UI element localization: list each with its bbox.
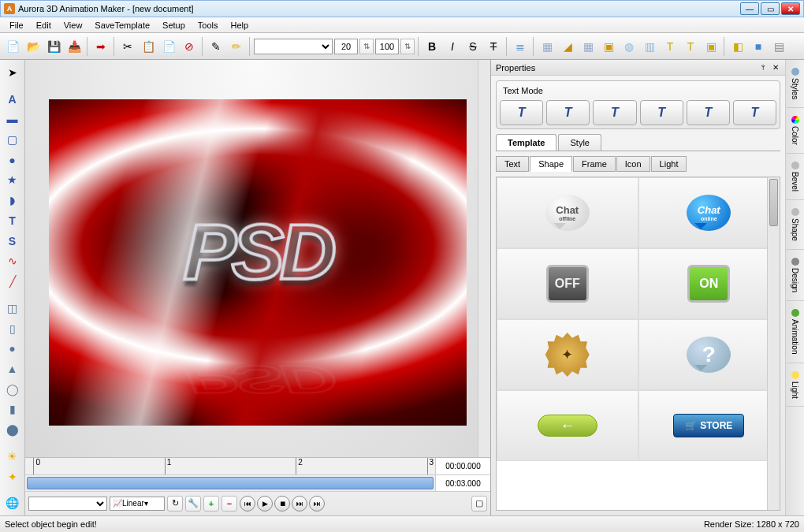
panel-close-icon[interactable]: ✕: [771, 63, 780, 73]
text-t-button[interactable]: T: [484, 37, 503, 56]
side-tab-color[interactable]: Color: [786, 108, 804, 154]
canvas-scrollbar-v[interactable]: [478, 60, 490, 457]
arrange1-icon[interactable]: ◧: [728, 37, 747, 56]
bone-tool-icon[interactable]: ✦: [3, 467, 22, 486]
select-tool-icon[interactable]: ➤: [3, 63, 22, 82]
go-start-button[interactable]: ⏮: [240, 496, 255, 512]
shape5-icon[interactable]: ◍: [620, 37, 638, 56]
shapes-scrollbar[interactable]: [767, 177, 780, 510]
shape-store-button[interactable]: 🛒STORE: [638, 390, 780, 461]
shape-chat-offline[interactable]: Chatoffline: [497, 177, 638, 248]
go-end-button[interactable]: ⏭: [309, 496, 325, 512]
italic-button[interactable]: I: [443, 37, 462, 56]
shape6-icon[interactable]: ▥: [640, 37, 659, 56]
cut-icon[interactable]: ✂: [118, 37, 137, 56]
line-tool-icon[interactable]: ╱: [3, 272, 22, 291]
maximize-button[interactable]: ▭: [761, 2, 780, 15]
subtab-shape[interactable]: Shape: [530, 156, 572, 172]
open-icon[interactable]: 📂: [24, 37, 43, 56]
torus-tool-icon[interactable]: ◯: [3, 380, 22, 399]
tube-tool-icon[interactable]: ▮: [3, 400, 22, 419]
ellipse-tool-icon[interactable]: ●: [3, 151, 22, 169]
text-mode-2[interactable]: T: [546, 100, 590, 125]
menu-help[interactable]: Help: [225, 19, 255, 32]
shape4-icon[interactable]: ▣: [599, 37, 618, 56]
shape-off-button[interactable]: OFF: [497, 248, 638, 319]
remove-keyframe-button[interactable]: −: [221, 496, 237, 512]
loop-button[interactable]: ↻: [167, 496, 183, 512]
sphere-tool-icon[interactable]: ●: [3, 339, 22, 358]
time-end[interactable]: 00:03.000: [435, 475, 490, 491]
menu-edit[interactable]: Edit: [30, 19, 58, 32]
menu-view[interactable]: View: [58, 19, 89, 32]
font-size2-input[interactable]: [375, 39, 399, 54]
menu-tools[interactable]: Tools: [192, 19, 225, 32]
shape1-icon[interactable]: ▦: [538, 37, 556, 56]
align-icon[interactable]: ≣: [511, 37, 530, 56]
side-tab-design[interactable]: Design: [786, 250, 804, 301]
cone-tool-icon[interactable]: ▲: [3, 359, 22, 378]
text-tool-icon[interactable]: A: [3, 90, 22, 109]
minimize-button[interactable]: —: [740, 2, 759, 15]
tab-style[interactable]: Style: [558, 134, 601, 151]
menu-setup[interactable]: Setup: [156, 19, 192, 32]
shape3-icon[interactable]: ▦: [579, 37, 597, 56]
star-tool-icon[interactable]: ★: [3, 171, 22, 190]
saveas-icon[interactable]: 📥: [65, 37, 84, 56]
text-mode-6[interactable]: T: [733, 100, 776, 125]
delete-icon[interactable]: ⊘: [180, 37, 199, 56]
subtab-light[interactable]: Light: [651, 156, 687, 172]
play-button[interactable]: ▶: [257, 496, 273, 512]
timeline-object-select[interactable]: [28, 497, 107, 511]
shape-question-bubble[interactable]: ?: [638, 319, 780, 390]
side-tab-light[interactable]: Light: [786, 363, 804, 407]
cube-tool-icon[interactable]: ◫: [3, 299, 22, 318]
subtab-text[interactable]: Text: [496, 156, 529, 172]
shape-badge[interactable]: ✦: [497, 319, 638, 390]
settings-button[interactable]: 🔧: [185, 496, 201, 512]
text-mode-1[interactable]: T: [500, 100, 543, 125]
export-icon[interactable]: ➡: [91, 37, 110, 56]
size-stepper-2[interactable]: ⇅: [400, 39, 415, 54]
paste-icon[interactable]: 📄: [159, 37, 178, 56]
arrange3-icon[interactable]: ▤: [769, 37, 788, 56]
menu-file[interactable]: File: [3, 19, 30, 32]
tab-template[interactable]: Template: [496, 134, 556, 151]
text-mode-4[interactable]: T: [640, 100, 683, 125]
bold-button[interactable]: B: [422, 37, 441, 56]
save-icon[interactable]: 💾: [44, 37, 63, 56]
shape-on-button[interactable]: ON: [638, 248, 780, 319]
new-icon[interactable]: 📄: [3, 37, 22, 56]
font-size-input[interactable]: [334, 39, 358, 54]
shape-arrow-pill[interactable]: ←: [497, 390, 638, 461]
strike-button[interactable]: S: [463, 37, 482, 56]
close-button[interactable]: ✕: [781, 2, 800, 15]
side-tab-animation[interactable]: Animation: [786, 301, 804, 363]
shape8-icon[interactable]: T: [681, 37, 700, 56]
easing-select[interactable]: 📈 Linear ▾: [110, 497, 165, 511]
stop-button[interactable]: ⏹: [274, 496, 290, 512]
cylinder-tool-icon[interactable]: ▯: [3, 319, 22, 338]
shape-chat-online[interactable]: Chatonline: [638, 177, 780, 248]
canvas-viewport[interactable]: PSD PSD: [25, 60, 490, 457]
subtab-frame[interactable]: Frame: [573, 156, 616, 172]
time-current[interactable]: 00:00.000: [435, 458, 490, 474]
arc-tool-icon[interactable]: ◗: [3, 191, 22, 210]
arrange2-icon[interactable]: ■: [749, 37, 768, 56]
s-tool-icon[interactable]: S: [3, 232, 22, 251]
ball-tool-icon[interactable]: ⬤: [3, 420, 22, 439]
shape2-icon[interactable]: ◢: [558, 37, 577, 56]
subtab-icon[interactable]: Icon: [616, 156, 650, 172]
panel-pin-icon[interactable]: ⫯: [758, 63, 768, 73]
side-tab-styles[interactable]: Styles: [786, 60, 804, 108]
shape9-icon[interactable]: ▣: [702, 37, 720, 56]
globe-tool-icon[interactable]: 🌐: [3, 493, 22, 512]
highlight-icon[interactable]: ✏: [227, 37, 246, 56]
copy-icon[interactable]: 📋: [139, 37, 158, 56]
t3d-tool-icon[interactable]: T: [3, 211, 22, 230]
edit-icon[interactable]: ✎: [207, 37, 225, 56]
menu-savetemplate[interactable]: SaveTemplate: [88, 19, 156, 32]
light-tool-icon[interactable]: ☀: [3, 447, 22, 466]
curve-tool-icon[interactable]: ∿: [3, 252, 22, 271]
canvas[interactable]: PSD PSD: [49, 99, 467, 426]
